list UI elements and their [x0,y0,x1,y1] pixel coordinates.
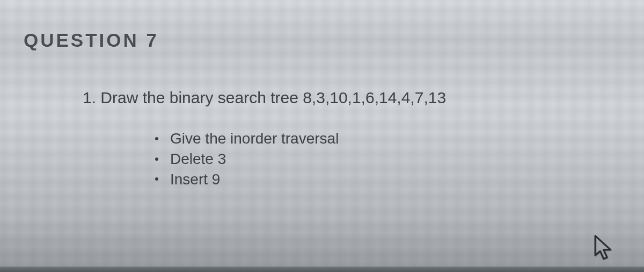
bullet-icon [155,177,158,181]
list-item: Delete 3 [155,149,620,169]
bullet-icon [155,158,158,161]
list-item-text: Delete 3 [170,149,226,169]
list-item: Give the inorder traversal [155,128,620,149]
question-title: QUESTION 7 [24,30,620,51]
bullet-icon [155,137,158,140]
list-item-text: Insert 9 [170,169,220,190]
list-item: Insert 9 [155,169,620,190]
taskbar [0,267,644,272]
question-block: QUESTION 7 1. Draw the binary search tre… [0,0,644,189]
question-content: 1. Draw the binary search tree 8,3,10,1,… [83,89,620,189]
list-item-text: Give the inorder traversal [170,128,339,149]
question-sublist: Give the inorder traversal Delete 3 Inse… [155,128,620,189]
cursor-icon [592,234,616,262]
question-prompt: 1. Draw the binary search tree 8,3,10,1,… [83,89,620,107]
